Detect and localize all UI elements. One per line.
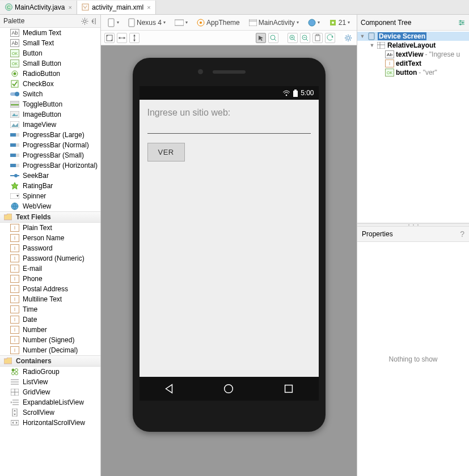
- zoom-in-icon[interactable]: [288, 33, 298, 43]
- zoom-fit-icon[interactable]: [268, 33, 278, 43]
- tab-mainactivity[interactable]: C MainActivity.java ×: [0, 1, 77, 14]
- gear-icon[interactable]: [81, 18, 88, 25]
- palette-item[interactable]: ScrollView: [0, 407, 100, 418]
- radio-icon: [10, 70, 19, 78]
- edittext[interactable]: [147, 122, 311, 134]
- palette-item[interactable]: HorizontalScrollView: [0, 418, 100, 428]
- palette-item[interactable]: Switch: [0, 89, 100, 99]
- chevron-down-icon: ▾: [163, 20, 166, 25]
- back-icon[interactable]: [163, 382, 175, 395]
- palette-list[interactable]: AbMedium Text AbSmall Text OKButton OKSm…: [0, 28, 100, 476]
- list-icon: [10, 378, 19, 386]
- device-selector[interactable]: Nexus 4▾: [125, 17, 168, 28]
- editor-tabs: C MainActivity.java × activity_main.xml …: [0, 0, 469, 15]
- palette-item[interactable]: ToggleButton: [0, 99, 100, 109]
- palette-item[interactable]: ImageButton: [0, 109, 100, 120]
- palette-item[interactable]: ITime: [0, 304, 100, 314]
- palette-item[interactable]: OKSmall Button: [0, 58, 100, 69]
- palette-item[interactable]: WebView: [0, 201, 100, 211]
- palette-item[interactable]: CheckBox: [0, 79, 100, 89]
- folder-icon: [3, 213, 12, 221]
- ver-button[interactable]: VER: [147, 143, 185, 162]
- svg-rect-104: [285, 385, 292, 393]
- svg-marker-73: [124, 37, 125, 39]
- textview[interactable]: Ingrese un sitio web:: [147, 108, 311, 118]
- progress-icon: [10, 162, 19, 169]
- theme-selector[interactable]: AppTheme: [194, 18, 243, 28]
- close-icon[interactable]: ×: [68, 4, 71, 11]
- svg-point-109: [462, 22, 464, 23]
- palette-item[interactable]: SeekBar: [0, 171, 100, 181]
- select-icon[interactable]: [256, 33, 266, 43]
- width-icon[interactable]: [117, 33, 127, 43]
- svg-point-33: [14, 174, 18, 177]
- palette-item[interactable]: IPassword (Numeric): [0, 253, 100, 264]
- tree-node-edittext[interactable]: I editText: [357, 59, 469, 68]
- orientation-button[interactable]: ▾: [104, 17, 122, 28]
- palette-item[interactable]: RadioGroup: [0, 367, 100, 377]
- palette-item[interactable]: ProgressBar (Large): [0, 130, 100, 140]
- progress-icon: [10, 151, 19, 159]
- palette-item[interactable]: ProgressBar (Horizontal): [0, 160, 100, 171]
- tree-layout[interactable]: ▼ RelativeLayout: [357, 41, 469, 50]
- palette-item[interactable]: ProgressBar (Normal): [0, 140, 100, 150]
- palette-item[interactable]: ListView: [0, 377, 100, 387]
- component-tree[interactable]: ▼ Device Screen ▼ RelativeLayout Ab text…: [357, 31, 469, 223]
- radiogroup-icon: [10, 368, 19, 376]
- tree-node-textview[interactable]: Ab textView - "Ingrese u: [357, 50, 469, 59]
- settings-icon[interactable]: [458, 19, 466, 26]
- palette-item[interactable]: ImageView: [0, 120, 100, 130]
- svg-rect-63: [249, 19, 257, 26]
- palette-item[interactable]: GridView: [0, 387, 100, 397]
- svg-marker-89: [331, 36, 333, 38]
- palette-item[interactable]: ProgressBar (Small): [0, 150, 100, 160]
- svg-marker-51: [11, 401, 12, 403]
- tab-activitymain[interactable]: activity_main.xml ×: [77, 1, 156, 14]
- palette-item[interactable]: IPlain Text: [0, 223, 100, 233]
- palette-item[interactable]: IPassword: [0, 243, 100, 253]
- clipboard-icon[interactable]: [312, 33, 323, 43]
- palette-item[interactable]: INumber (Decimal): [0, 345, 100, 355]
- palette-item[interactable]: IPhone: [0, 274, 100, 284]
- palette-item[interactable]: RadioButton: [0, 69, 100, 79]
- palette-item[interactable]: OKButton: [0, 48, 100, 58]
- svg-point-3: [83, 20, 86, 23]
- palette-item[interactable]: ExpandableListView: [0, 397, 100, 407]
- recent-icon[interactable]: [282, 382, 295, 395]
- textfield-icon: I: [10, 285, 19, 293]
- palette-item[interactable]: INumber: [0, 325, 100, 335]
- locale-button[interactable]: ▾: [305, 18, 323, 28]
- chevron-down-icon[interactable]: ▼: [369, 42, 375, 48]
- help-icon[interactable]: ?: [460, 230, 464, 239]
- gear-icon[interactable]: [343, 33, 353, 43]
- palette-section-textfields[interactable]: Text Fields: [0, 211, 100, 223]
- collapse-icon[interactable]: [91, 18, 97, 25]
- close-icon[interactable]: ×: [147, 4, 150, 11]
- palette-header: Palette: [0, 15, 100, 28]
- home-icon[interactable]: [222, 382, 235, 395]
- palette-title: Palette: [3, 17, 24, 25]
- viewport-icon[interactable]: [104, 33, 115, 43]
- api-selector[interactable]: 21▾: [326, 18, 353, 28]
- palette-item[interactable]: INumber (Signed): [0, 335, 100, 345]
- palette-item[interactable]: IDate: [0, 314, 100, 325]
- config-button[interactable]: ▾: [172, 18, 191, 28]
- activity-selector[interactable]: MainActivity▾: [246, 18, 302, 28]
- palette-item[interactable]: AbSmall Text: [0, 38, 100, 48]
- tree-node-button[interactable]: OK button - "ver": [357, 68, 469, 77]
- refresh-icon[interactable]: [325, 33, 335, 43]
- palette-item[interactable]: IPerson Name: [0, 233, 100, 243]
- tree-root[interactable]: ▼ Device Screen: [357, 32, 469, 41]
- height-icon[interactable]: [129, 33, 140, 43]
- palette-item[interactable]: RatingBar: [0, 181, 100, 191]
- design-canvas[interactable]: 5:00 Ingrese un sitio web: VER: [101, 45, 357, 476]
- palette-item[interactable]: IPostal Address: [0, 284, 100, 294]
- palette-item[interactable]: IMultiline Text: [0, 294, 100, 304]
- palette-item[interactable]: Spinner: [0, 191, 100, 201]
- palette-section-containers[interactable]: Containers: [0, 355, 100, 367]
- chevron-down-icon[interactable]: ▼: [360, 33, 365, 39]
- zoom-out-icon[interactable]: [300, 33, 310, 43]
- palette-item[interactable]: AbMedium Text: [0, 28, 100, 38]
- palette-item[interactable]: IE-mail: [0, 264, 100, 274]
- svg-rect-100: [293, 91, 298, 97]
